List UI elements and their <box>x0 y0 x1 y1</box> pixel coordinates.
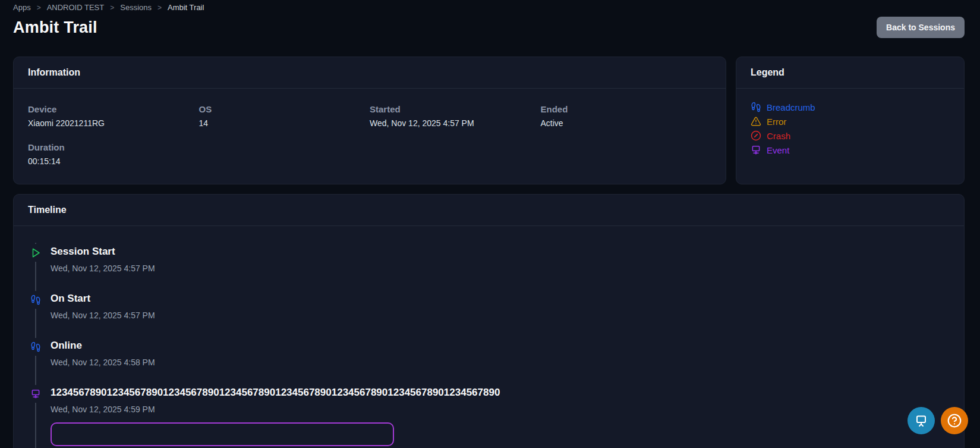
monitor-node-icon <box>751 145 761 155</box>
legend-item-crash: Crash <box>751 130 950 141</box>
screen-share-button[interactable] <box>907 407 935 434</box>
timeline-entry-title[interactable]: On Start <box>51 293 155 305</box>
page-title: Ambit Trail <box>13 18 97 37</box>
help-button[interactable] <box>941 407 968 434</box>
chevron-right-icon: > <box>110 4 114 12</box>
timeline-entry-body: 1234567890123456789012345678901234567890… <box>51 385 500 446</box>
legend-panel: Legend Breadcrumb Error <box>736 57 965 184</box>
info-field-os: OS 14 <box>199 104 370 128</box>
field-value: 00:15:14 <box>28 156 199 166</box>
footprints-icon <box>29 291 42 309</box>
field-label: Device <box>28 104 199 114</box>
breadcrumb-item-current: Ambit Trail <box>168 3 204 12</box>
chevron-right-icon: > <box>157 4 162 12</box>
legend-item-label: Event <box>767 145 789 155</box>
timeline-entry-title[interactable]: Online <box>51 340 155 352</box>
screen-share-icon <box>914 413 928 428</box>
footprints-icon <box>751 102 761 112</box>
info-field-ended: Ended Active <box>541 104 712 128</box>
timeline-entry-body: On Start Wed, Nov 12, 2025 4:57 PM <box>51 291 155 320</box>
legend-item-label: Crash <box>767 131 790 141</box>
field-label: Started <box>370 104 541 114</box>
info-field-duration: Duration 00:15:14 <box>28 142 199 166</box>
breadcrumb-item-apps[interactable]: Apps <box>13 3 31 12</box>
breadcrumb: Apps > ANDROID TEST > Sessions > Ambit T… <box>13 0 965 12</box>
information-panel: Information Device Xiaomi 22021211RG OS … <box>13 57 726 184</box>
legend-panel-title: Legend <box>736 57 964 89</box>
info-field-started: Started Wed, Nov 12, 2025 4:57 PM <box>370 104 541 128</box>
breadcrumb-item-android-test[interactable]: ANDROID TEST <box>47 3 105 12</box>
alert-triangle-icon <box>751 116 761 127</box>
timeline-entry-timestamp: Wed, Nov 12, 2025 4:59 PM <box>51 405 500 414</box>
timeline-panel: Timeline Session Start Wed, Nov 12, 2025… <box>13 194 965 448</box>
legend-item-error: Error <box>751 116 950 127</box>
timeline-entry-title[interactable]: 1234567890123456789012345678901234567890… <box>51 387 500 399</box>
timeline-list: Session Start Wed, Nov 12, 2025 4:57 PM … <box>14 226 964 448</box>
session-trail-page: Apps > ANDROID TEST > Sessions > Ambit T… <box>0 0 980 448</box>
monitor-node-icon <box>29 385 42 403</box>
field-value: 14 <box>199 118 370 128</box>
timeline-entry-timestamp: Wed, Nov 12, 2025 4:57 PM <box>51 311 155 320</box>
information-panel-title: Information <box>14 57 726 89</box>
timeline-entry-session-start: Session Start Wed, Nov 12, 2025 4:57 PM <box>29 244 950 273</box>
event-detail-box <box>51 422 394 446</box>
legend-item-event: Event <box>751 145 950 155</box>
timeline-entry-timestamp: Wed, Nov 12, 2025 4:57 PM <box>51 264 155 273</box>
information-fields: Device Xiaomi 22021211RG OS 14 Started W… <box>14 89 726 184</box>
back-to-sessions-button[interactable]: Back to Sessions <box>877 17 965 38</box>
field-label: Ended <box>541 104 712 114</box>
timeline-entry-event: 1234567890123456789012345678901234567890… <box>29 385 950 446</box>
timeline-entry-body: Online Wed, Nov 12, 2025 4:58 PM <box>51 338 155 367</box>
info-field-device: Device Xiaomi 22021211RG <box>28 104 199 128</box>
help-icon <box>947 413 962 428</box>
timeline-entry-online: Online Wed, Nov 12, 2025 4:58 PM <box>29 338 950 367</box>
floating-action-buttons <box>907 407 968 434</box>
timeline-entry-body: Session Start Wed, Nov 12, 2025 4:57 PM <box>51 244 155 273</box>
summary-row: Information Device Xiaomi 22021211RG OS … <box>13 57 965 184</box>
timeline-entry-timestamp: Wed, Nov 12, 2025 4:58 PM <box>51 358 155 367</box>
timeline-entry-title: Session Start <box>51 246 155 258</box>
breadcrumb-item-sessions[interactable]: Sessions <box>120 3 152 12</box>
timeline-panel-title: Timeline <box>14 195 964 226</box>
legend-item-breadcrumb: Breadcrumb <box>751 102 950 112</box>
footprints-icon <box>29 338 42 356</box>
field-label: OS <box>199 104 370 114</box>
circle-x-icon <box>751 130 761 141</box>
play-icon <box>29 244 42 262</box>
chevron-right-icon: > <box>37 4 41 12</box>
legend-item-label: Error <box>767 117 786 127</box>
legend-list: Breadcrumb Error Crash <box>736 89 964 168</box>
field-label: Duration <box>28 142 199 152</box>
field-value: Xiaomi 22021211RG <box>28 118 199 128</box>
page-header: Ambit Trail Back to Sessions <box>13 17 965 38</box>
field-value: Wed, Nov 12, 2025 4:57 PM <box>370 118 541 128</box>
field-value: Active <box>541 118 712 128</box>
timeline-entry-on-start: On Start Wed, Nov 12, 2025 4:57 PM <box>29 291 950 320</box>
legend-item-label: Breadcrumb <box>767 102 815 112</box>
